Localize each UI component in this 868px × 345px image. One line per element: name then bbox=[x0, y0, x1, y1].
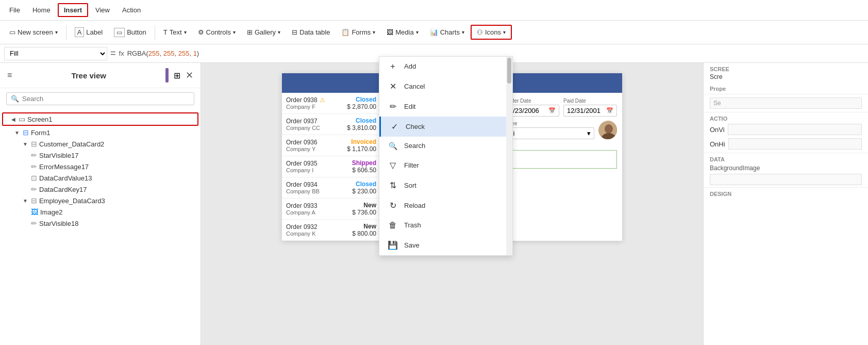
order-info-0938: Order 0938 ⚠ Company F bbox=[286, 96, 345, 110]
sidebar-accent-bar bbox=[165, 68, 169, 83]
new-screen-button[interactable]: ▭ New screen ▾ bbox=[4, 26, 63, 39]
order-info-0934: Order 0934 Company BB bbox=[286, 181, 350, 194]
onvisible-input[interactable] bbox=[728, 124, 862, 135]
order-amount-0936: $ 1,170.00 bbox=[347, 145, 376, 153]
dropdown-scrollbar-thumb[interactable] bbox=[507, 58, 511, 84]
right-backgroundimage-row: BackgroundImage bbox=[704, 163, 868, 187]
button-button[interactable]: ▭ Button bbox=[109, 25, 152, 40]
text-chevron: ▾ bbox=[184, 29, 187, 35]
tree-customer-datacard2[interactable]: ▼ ⊟ Customer_DataCard2 bbox=[0, 138, 201, 150]
icon-reload[interactable]: ↻ Reload bbox=[379, 195, 512, 216]
sidebar-title: Tree view bbox=[71, 71, 106, 80]
tree-screen1[interactable]: ◀ ▭ Screen1 bbox=[2, 112, 198, 126]
media-button[interactable]: 🖼 Media ▾ bbox=[381, 26, 423, 39]
right-data-label: DATA bbox=[704, 153, 868, 163]
dropdown-scrollbar-track[interactable] bbox=[506, 57, 512, 255]
sidebar-layers-icon[interactable]: ⊞ bbox=[174, 71, 180, 80]
onvisible-label: OnVi bbox=[710, 126, 725, 134]
controls-button[interactable]: ⚙ Controls ▾ bbox=[193, 26, 241, 39]
icons-button[interactable]: ⚇ Icons ▾ bbox=[471, 25, 512, 40]
icon-filter[interactable]: ▽ Filter bbox=[379, 155, 512, 175]
tree-datacardvalue13[interactable]: ⊡ DataCardValue13 bbox=[0, 172, 201, 184]
data-table-button[interactable]: ⊟ Data table bbox=[287, 26, 335, 39]
paid-date-value[interactable]: 12/31/2001 📅 bbox=[563, 105, 617, 117]
data-table-icon: ⊟ bbox=[292, 28, 297, 36]
fill-select[interactable]: Fill bbox=[4, 47, 107, 60]
gallery-button[interactable]: ⊞ Gallery ▾ bbox=[242, 26, 286, 39]
cdc2-label: Customer_DataCard2 bbox=[39, 140, 104, 148]
tree-starvisible17[interactable]: ✏ StarVisible17 bbox=[0, 150, 201, 161]
screen1-arrow: ◀ bbox=[11, 117, 15, 122]
order-row-0932[interactable]: Order 0932 Company K New $ 800.00 › bbox=[282, 220, 385, 241]
right-search-input[interactable]: Se bbox=[710, 97, 862, 109]
icon-edit[interactable]: ✏ Edit bbox=[379, 96, 512, 117]
fx-label: fx bbox=[119, 50, 124, 57]
text-button[interactable]: T Text ▾ bbox=[158, 26, 192, 39]
order-row-0936[interactable]: Order 0936 Company Y Invoiced $ 1,170.00… bbox=[282, 135, 385, 156]
search-label: Search bbox=[404, 142, 425, 150]
order-num-0936: Order 0936 bbox=[286, 139, 345, 146]
order-status-0934: Closed bbox=[352, 180, 376, 188]
icon-check[interactable]: ✓ Check bbox=[379, 117, 512, 137]
order-num-0934: Order 0934 bbox=[286, 181, 350, 188]
tree-errormessage17[interactable]: ✏ ErrorMessage17 bbox=[0, 161, 201, 172]
menu-home[interactable]: Home bbox=[27, 4, 56, 16]
icon-save[interactable]: 💾 Save bbox=[379, 235, 512, 255]
order-amount-0935: $ 606.50 bbox=[352, 167, 376, 174]
menu-insert[interactable]: Insert bbox=[58, 3, 88, 17]
sidebar-search-input[interactable] bbox=[22, 95, 190, 103]
icon-cancel[interactable]: ✕ Cancel bbox=[379, 76, 512, 96]
edit-label: Edit bbox=[404, 103, 415, 110]
sidebar-close-icon[interactable]: ✕ bbox=[186, 70, 193, 81]
em17-label: ErrorMessage17 bbox=[39, 163, 89, 171]
hamburger-icon[interactable]: ≡ bbox=[7, 71, 12, 80]
order-status-0936: Invoiced bbox=[347, 138, 376, 145]
backgroundimage-input[interactable] bbox=[710, 174, 862, 185]
icon-add[interactable]: + Add bbox=[379, 57, 512, 76]
menu-file[interactable]: File bbox=[4, 4, 25, 16]
order-status-0937: Closed bbox=[347, 117, 376, 124]
order-date-value[interactable]: 5/23/2006 📅 bbox=[506, 105, 559, 117]
tree-starvisible18[interactable]: ✏ StarVisible18 bbox=[0, 218, 201, 229]
label-icon: A bbox=[75, 27, 85, 37]
order-right-0932: New $ 800.00 bbox=[352, 223, 376, 237]
tree-form1[interactable]: ▼ ⊟ Form1 bbox=[0, 127, 201, 138]
tree-employee-datacard3[interactable]: ▼ ⊟ Employee_DataCard3 bbox=[0, 195, 201, 206]
order-num-0932: Order 0932 bbox=[286, 223, 350, 231]
controls-icon: ⚙ bbox=[198, 28, 204, 36]
forms-icon: 📋 bbox=[341, 28, 349, 36]
order-row-0938[interactable]: Order 0938 ⚠ Company F Closed $ 2,870.00… bbox=[282, 93, 385, 114]
forms-button[interactable]: 📋 Forms ▾ bbox=[336, 26, 380, 39]
order-row-0935[interactable]: Order 0935 Company I Shipped $ 606.50 › bbox=[282, 156, 385, 177]
img2-label: Image2 bbox=[40, 208, 62, 216]
icon-sort[interactable]: ⇅ Sort bbox=[379, 175, 512, 195]
employee-avatar bbox=[598, 121, 617, 139]
charts-chevron: ▾ bbox=[462, 29, 464, 35]
screen1-label: Screen1 bbox=[27, 116, 52, 123]
order-amount-0932: $ 800.00 bbox=[352, 230, 376, 237]
onhidden-label: OnHi bbox=[710, 140, 725, 148]
icon-search[interactable]: 🔍 Search bbox=[379, 137, 512, 155]
label-button[interactable]: A Label bbox=[70, 25, 108, 40]
order-row-0934[interactable]: Order 0934 Company BB Closed $ 230.00 › bbox=[282, 177, 385, 199]
form1-label: Form1 bbox=[31, 129, 51, 137]
paid-date-label: Paid Date bbox=[563, 98, 617, 104]
order-num-0933: Order 0933 bbox=[286, 202, 350, 209]
nw-order-list: Order 0938 ⚠ Company F Closed $ 2,870.00… bbox=[282, 93, 385, 241]
order-info-0933: Order 0933 Company A bbox=[286, 202, 350, 216]
tree-datacardkey17[interactable]: ✏ DataCardKey17 bbox=[0, 184, 201, 195]
tree-image2[interactable]: 🖼 Image2 bbox=[0, 206, 201, 218]
onhidden-input[interactable] bbox=[728, 138, 862, 150]
menu-view[interactable]: View bbox=[90, 4, 115, 16]
order-row-0933[interactable]: Order 0933 Company A New $ 736.00 › bbox=[282, 199, 385, 220]
order-right-0933: New $ 736.00 bbox=[352, 202, 376, 216]
order-amount-0938: $ 2,870.00 bbox=[347, 103, 376, 110]
menu-action[interactable]: Action bbox=[117, 4, 146, 16]
order-info-0932: Order 0932 Company K bbox=[286, 223, 350, 237]
toolbar-divider-1 bbox=[66, 25, 66, 40]
charts-button[interactable]: 📊 Charts ▾ bbox=[425, 26, 470, 39]
icon-trash[interactable]: 🗑 Trash bbox=[379, 216, 512, 235]
order-right-0936: Invoiced $ 1,170.00 bbox=[347, 138, 376, 153]
order-row-0937[interactable]: Order 0937 Company CC Closed $ 3,810.00 … bbox=[282, 114, 385, 135]
edc3-label: Employee_DataCard3 bbox=[39, 197, 105, 205]
